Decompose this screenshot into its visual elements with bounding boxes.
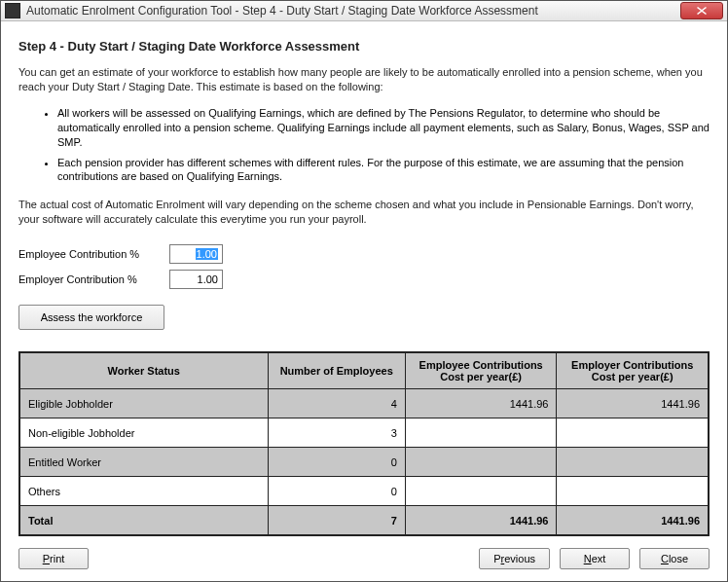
previous-button[interactable]: Previous bbox=[479, 548, 550, 569]
table-row: Eligible Jobholder 4 1441.96 1441.96 bbox=[20, 389, 709, 418]
window-close-button[interactable] bbox=[680, 2, 723, 19]
col-header-employee-cost: Employee Contributions Cost per year(£) bbox=[405, 353, 557, 389]
cell-total-count: 7 bbox=[268, 506, 405, 535]
col-header-count: Number of Employees bbox=[268, 353, 405, 389]
cell-employer-cost: 1441.96 bbox=[557, 389, 709, 418]
employee-contribution-label: Employee Contribution % bbox=[18, 248, 169, 260]
print-button[interactable]: Print bbox=[18, 548, 89, 569]
employee-contribution-input[interactable]: 1.00 bbox=[169, 244, 223, 264]
cell-employee-cost bbox=[405, 418, 557, 448]
dialog-window: Automatic Enrolment Configuration Tool -… bbox=[0, 0, 728, 582]
employer-contribution-input[interactable] bbox=[169, 270, 223, 289]
close-button[interactable]: Close bbox=[639, 548, 710, 569]
cell-status: Others bbox=[20, 477, 269, 506]
cell-employer-cost bbox=[557, 418, 709, 448]
cell-count: 0 bbox=[268, 477, 405, 506]
cell-status: Entitled Worker bbox=[20, 448, 269, 477]
bullet-list: All workers will be assessed on Qualifyi… bbox=[57, 106, 710, 190]
table-row: Entitled Worker 0 bbox=[20, 448, 709, 477]
cell-total-label: Total bbox=[20, 506, 269, 535]
bullet-item: Each pension provider has different sche… bbox=[57, 156, 710, 185]
table-row: Others 0 bbox=[20, 477, 709, 506]
cell-status: Non-eligible Jobholder bbox=[20, 418, 269, 448]
cell-total-employer-cost: 1441.96 bbox=[557, 506, 709, 535]
next-button[interactable]: Next bbox=[560, 548, 630, 569]
col-header-status: Worker Status bbox=[20, 353, 269, 389]
app-icon bbox=[5, 3, 20, 18]
employer-contribution-row: Employer Contribution % bbox=[18, 270, 710, 289]
assessment-table: Worker Status Number of Employees Employ… bbox=[18, 351, 710, 536]
cell-total-employee-cost: 1441.96 bbox=[405, 506, 557, 535]
employee-contribution-row: Employee Contribution % 1.00 bbox=[18, 244, 710, 264]
titlebar: Automatic Enrolment Configuration Tool -… bbox=[1, 1, 727, 21]
close-icon bbox=[697, 7, 707, 15]
total-row: Total 7 1441.96 1441.96 bbox=[20, 506, 709, 535]
employer-contribution-label: Employer Contribution % bbox=[18, 273, 169, 285]
bullet-item: All workers will be assessed on Qualifyi… bbox=[57, 106, 710, 150]
note-text: The actual cost of Automatic Enrolment w… bbox=[18, 198, 710, 227]
cell-status: Eligible Jobholder bbox=[20, 389, 269, 418]
assess-workforce-button[interactable]: Assess the workforce bbox=[18, 305, 164, 330]
content-area: Step 4 - Duty Start / Staging Date Workf… bbox=[1, 21, 727, 581]
cell-count: 4 bbox=[268, 389, 405, 418]
step-heading: Step 4 - Duty Start / Staging Date Workf… bbox=[18, 39, 710, 54]
cell-employee-cost bbox=[405, 477, 557, 506]
cell-employer-cost bbox=[557, 477, 709, 506]
cell-employee-cost bbox=[405, 448, 557, 477]
cell-count: 0 bbox=[268, 448, 405, 477]
table-row: Non-eligible Jobholder 3 bbox=[20, 418, 709, 448]
window-title: Automatic Enrolment Configuration Tool -… bbox=[26, 4, 680, 18]
cell-employee-cost: 1441.96 bbox=[405, 389, 557, 418]
cell-employer-cost bbox=[557, 448, 709, 477]
footer-buttons: Print Previous Next Close bbox=[18, 536, 710, 569]
intro-text: You can get an estimate of your workforc… bbox=[18, 65, 710, 94]
cell-count: 3 bbox=[268, 418, 405, 448]
col-header-employer-cost: Employer Contributions Cost per year(£) bbox=[557, 353, 709, 389]
